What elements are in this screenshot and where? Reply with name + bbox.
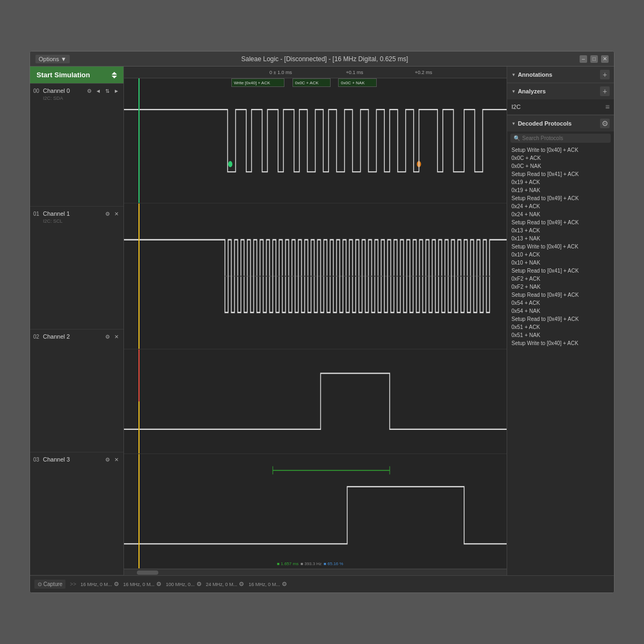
protocol-item-14[interactable]: 0x10 + NAK	[507, 259, 614, 267]
annotation-0xoc-nak: 0x0C + NAK	[338, 78, 376, 87]
protocol-item-21[interactable]: Setup Read to [0x49] + ACK	[507, 315, 614, 323]
ch-setting-4-gear[interactable]: ⚙	[282, 581, 287, 588]
protocol-item-9[interactable]: Setup Read to [0x49] + ACK	[507, 218, 614, 226]
analyzer-i2c-menu[interactable]: ≡	[605, 103, 610, 111]
protocols-triangle: ▼	[511, 121, 516, 126]
protocol-item-19[interactable]: 0x54 + ACK	[507, 299, 614, 307]
channel-3-gear[interactable]: ⚙	[104, 456, 111, 463]
analyzers-label: Analyzers	[518, 88, 546, 94]
protocol-item-8[interactable]: 0x24 + NAK	[507, 210, 614, 218]
channel-0-trigger[interactable]: ⇅	[104, 87, 111, 94]
protocols-settings-button[interactable]: ⚙	[600, 119, 610, 128]
protocol-item-17[interactable]: 0xF2 + NAK	[507, 283, 614, 291]
waveform-row-2[interactable]	[124, 349, 507, 454]
protocol-item-7[interactable]: 0x24 + ACK	[507, 202, 614, 210]
protocol-item-23[interactable]: 0x51 + NAK	[507, 331, 614, 339]
channel-0-panel: 00 Channel 0 ⚙ ◄ ⇅ ► I2C: SDA	[30, 84, 123, 207]
bottom-divider-1: >>	[70, 581, 76, 587]
maximize-button[interactable]: □	[590, 55, 598, 63]
scroll-thumb[interactable]	[137, 570, 158, 575]
annotations-label: Annotations	[518, 71, 552, 78]
channel-0-name: Channel 0	[43, 87, 85, 94]
protocol-item-22[interactable]: 0x51 + ACK	[507, 323, 614, 331]
waveform-svg-1	[124, 203, 507, 349]
main-content: Start Simulation 00 Channel 0 ⚙ ◄ ⇅ ►	[30, 67, 614, 575]
scroll-bar[interactable]	[124, 569, 507, 575]
protocol-item-4[interactable]: 0x19 + ACK	[507, 178, 614, 186]
waveform-svg-2	[124, 349, 507, 453]
analyzers-section: ▼ Analyzers + I2C ≡	[507, 83, 614, 115]
channel-0-arrow-left[interactable]: ◄	[94, 87, 102, 94]
protocols-header: ▼ Decoded Protocols ⚙	[507, 115, 614, 131]
protocol-item-2[interactable]: 0x0C + NAK	[507, 162, 614, 170]
search-protocols-input[interactable]	[522, 135, 608, 141]
start-sim-arrow	[112, 72, 117, 78]
ch-setting-4[interactable]: 16 MHz, 0 M... ⚙	[248, 581, 287, 588]
ch-setting-3[interactable]: 24 MHz, 0 M... ⚙	[206, 581, 245, 588]
protocols-title: ▼ Decoded Protocols	[511, 120, 572, 127]
arrow-up-icon	[112, 72, 117, 75]
options-button[interactable]: Options ▼	[35, 55, 70, 63]
capture-button[interactable]: ⊙ Capture	[34, 580, 65, 589]
channel-0-gear[interactable]: ⚙	[85, 87, 93, 94]
ch-setting-1[interactable]: 16 MHz, 0 M... ⚙	[123, 581, 162, 588]
ch-setting-2[interactable]: 100 MHz, 0... ⚙	[166, 581, 202, 588]
right-panel: ▼ Annotations + ▼ Analyzers + I2C	[507, 67, 614, 575]
protocol-item-0[interactable]: Setup Write to [0x40] + ACK	[507, 146, 614, 154]
channel-1-header: 01 Channel 1 ⚙ ✕	[33, 210, 120, 217]
protocol-item-5[interactable]: 0x19 + NAK	[507, 186, 614, 194]
channel-1-gear[interactable]: ⚙	[104, 210, 111, 217]
protocol-item-20[interactable]: 0x54 + NAK	[507, 307, 614, 315]
protocol-item-1[interactable]: 0x0C + ACK	[507, 154, 614, 162]
protocol-item-13[interactable]: 0x10 + ACK	[507, 251, 614, 259]
protocol-item-16[interactable]: 0xF2 + ACK	[507, 275, 614, 283]
channel-2-close[interactable]: ✕	[113, 333, 120, 340]
ch-setting-0-label: 16 MHz, 0 M...	[80, 582, 112, 587]
channel-2-controls: ⚙ ✕	[104, 333, 120, 340]
ch-setting-0[interactable]: 16 MHz, 0 M... ⚙	[80, 581, 119, 588]
protocols-label: Decoded Protocols	[518, 120, 572, 127]
close-button[interactable]: ✕	[601, 55, 609, 63]
channel-1-name: Channel 1	[43, 210, 104, 217]
protocol-item-18[interactable]: Setup Read to [0x49] + ACK	[507, 291, 614, 299]
ch-setting-3-gear[interactable]: ⚙	[239, 581, 244, 588]
protocol-item-10[interactable]: 0x13 + ACK	[507, 226, 614, 235]
protocol-item-15[interactable]: Setup Read to [0x41] + ACK	[507, 267, 614, 275]
channel-3-panel: 03 Channel 3 ⚙ ✕	[30, 452, 123, 575]
channel-3-close[interactable]: ✕	[113, 456, 120, 463]
analyzer-i2c-name: I2C	[511, 104, 521, 110]
decoded-protocols-section: ▼ Decoded Protocols ⚙ 🔍 Setup Write to […	[507, 115, 614, 575]
channel-0-controls: ⚙ ◄ ⇅ ►	[85, 87, 120, 94]
title-bar-controls: – □ ✕	[580, 55, 609, 63]
search-icon: 🔍	[514, 135, 520, 141]
ch-setting-1-gear[interactable]: ⚙	[156, 581, 162, 588]
channel-2-gear[interactable]: ⚙	[104, 333, 111, 340]
ch-setting-2-label: 100 MHz, 0...	[166, 582, 195, 587]
time-marker-2: +0.2 ms	[415, 70, 432, 75]
minimize-button[interactable]: –	[580, 55, 587, 63]
protocol-item-6[interactable]: Setup Read to [0x49] + ACK	[507, 194, 614, 202]
annotations-section: ▼ Annotations +	[507, 67, 614, 83]
protocol-item-11[interactable]: 0x13 + NAK	[507, 235, 614, 243]
bottom-bar: ⊙ Capture >> 16 MHz, 0 M... ⚙ 16 MHz, 0 …	[30, 575, 614, 592]
channel-1-close[interactable]: ✕	[113, 210, 120, 217]
protocol-item-24[interactable]: Setup Write to [0x40] + ACK	[507, 339, 614, 347]
protocol-list: Setup Write to [0x40] + ACK0x0C + ACK0x0…	[507, 145, 614, 575]
waveform-row-3[interactable]: ■ 1.657 ms ■ 393.3 Hz ■ 65.16 %	[124, 454, 507, 569]
channel-0-arrow-right[interactable]: ►	[113, 87, 120, 94]
channel-0-label: I2C: SDA	[43, 96, 120, 101]
ch-setting-0-gear[interactable]: ⚙	[114, 581, 119, 588]
meas-freq: ■ 393.3 Hz	[301, 561, 321, 566]
time-marker-0: 0 ± 1.0 ms	[269, 70, 292, 75]
annotations-add-button[interactable]: +	[600, 70, 610, 79]
waveform-row-0[interactable]: Write [0x40] + ACK 0x0C + ACK 0x0C + NAK	[124, 78, 507, 203]
annotations-title: ▼ Annotations	[511, 71, 552, 78]
ch-setting-2-gear[interactable]: ⚙	[196, 581, 202, 588]
protocol-item-12[interactable]: Setup Write to [0x40] + ACK	[507, 243, 614, 251]
analyzers-add-button[interactable]: +	[600, 86, 610, 96]
waveform-row-1[interactable]	[124, 203, 507, 349]
time-ruler: 0 ± 1.0 ms +0.1 ms +0.2 ms	[124, 67, 507, 78]
protocol-item-3[interactable]: Setup Read to [0x41] + ACK	[507, 170, 614, 178]
analyzers-title: ▼ Analyzers	[511, 88, 546, 94]
start-simulation-button[interactable]: Start Simulation	[30, 67, 123, 84]
